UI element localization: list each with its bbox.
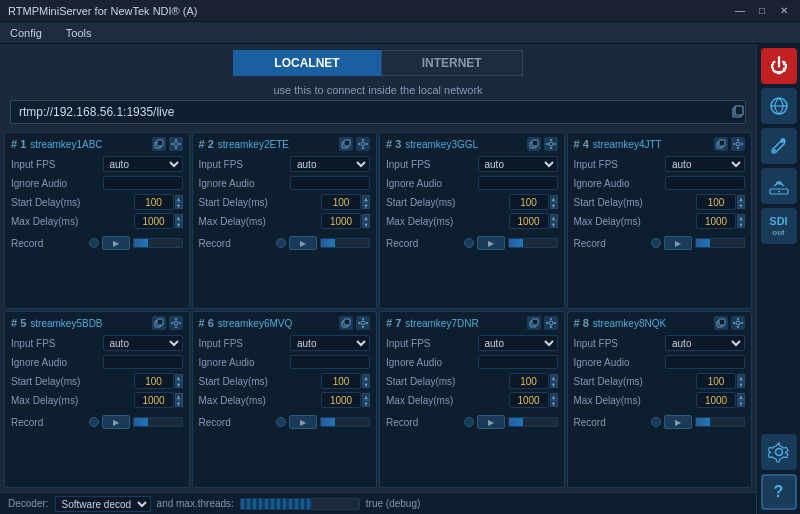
ignore-audio-toggle-2[interactable] — [290, 176, 370, 190]
tab-localnet[interactable]: LOCALNET — [233, 50, 380, 76]
ignore-audio-toggle-7[interactable] — [478, 355, 558, 369]
start-delay-down-1[interactable]: ▼ — [175, 202, 183, 209]
record-button-7[interactable]: ▶ — [477, 415, 505, 429]
start-delay-up-8[interactable]: ▲ — [737, 374, 745, 381]
tab-internet[interactable]: INTERNET — [381, 50, 523, 76]
max-delay-up-1[interactable]: ▲ — [175, 214, 183, 221]
ignore-audio-toggle-3[interactable] — [478, 176, 558, 190]
start-delay-input-8[interactable] — [696, 373, 736, 389]
start-delay-up-1[interactable]: ▲ — [175, 195, 183, 202]
start-delay-input-1[interactable] — [134, 194, 174, 210]
start-delay-up-7[interactable]: ▲ — [550, 374, 558, 381]
max-delay-input-5[interactable] — [134, 392, 174, 408]
ignore-audio-toggle-8[interactable] — [665, 355, 745, 369]
settings-stream-icon-8[interactable] — [731, 316, 745, 330]
start-delay-down-2[interactable]: ▼ — [362, 202, 370, 209]
copy-stream-icon-5[interactable] — [152, 316, 166, 330]
settings-stream-icon-3[interactable] — [544, 137, 558, 151]
start-delay-down-5[interactable]: ▼ — [175, 381, 183, 388]
start-delay-input-6[interactable] — [321, 373, 361, 389]
power-button[interactable]: ⏻ — [761, 48, 797, 84]
ignore-audio-toggle-1[interactable] — [103, 176, 183, 190]
decoder-select[interactable]: Software decod — [55, 496, 151, 512]
max-delay-input-4[interactable] — [696, 213, 736, 229]
copy-stream-icon-3[interactable] — [527, 137, 541, 151]
start-delay-up-6[interactable]: ▲ — [362, 374, 370, 381]
start-delay-up-4[interactable]: ▲ — [737, 195, 745, 202]
max-delay-input-2[interactable] — [321, 213, 361, 229]
max-delay-input-1[interactable] — [134, 213, 174, 229]
max-delay-input-7[interactable] — [509, 392, 549, 408]
max-delay-down-6[interactable]: ▼ — [362, 400, 370, 407]
start-delay-input-7[interactable] — [509, 373, 549, 389]
copy-icon[interactable] — [731, 104, 745, 120]
fps-select-5[interactable]: auto 30 60 — [103, 335, 183, 351]
urlbar-input[interactable] — [11, 101, 731, 123]
sdi-button[interactable]: SDI out — [761, 208, 797, 244]
menu-config[interactable]: Config — [6, 25, 46, 41]
ignore-audio-toggle-5[interactable] — [103, 355, 183, 369]
max-delay-down-3[interactable]: ▼ — [550, 221, 558, 228]
ignore-audio-toggle-4[interactable] — [665, 176, 745, 190]
start-delay-down-4[interactable]: ▼ — [737, 202, 745, 209]
max-delay-down-1[interactable]: ▼ — [175, 221, 183, 228]
start-delay-down-6[interactable]: ▼ — [362, 381, 370, 388]
record-button-2[interactable]: ▶ — [289, 236, 317, 250]
settings-button[interactable] — [761, 434, 797, 470]
copy-stream-icon-6[interactable] — [339, 316, 353, 330]
max-delay-up-5[interactable]: ▲ — [175, 393, 183, 400]
record-button-4[interactable]: ▶ — [664, 236, 692, 250]
max-delay-up-2[interactable]: ▲ — [362, 214, 370, 221]
record-button-8[interactable]: ▶ — [664, 415, 692, 429]
help-button[interactable]: ? — [761, 474, 797, 510]
copy-stream-icon-4[interactable] — [714, 137, 728, 151]
max-delay-up-4[interactable]: ▲ — [737, 214, 745, 221]
start-delay-down-3[interactable]: ▼ — [550, 202, 558, 209]
max-delay-up-7[interactable]: ▲ — [550, 393, 558, 400]
fps-select-6[interactable]: auto 30 60 — [290, 335, 370, 351]
max-delay-input-8[interactable] — [696, 392, 736, 408]
start-delay-down-7[interactable]: ▼ — [550, 381, 558, 388]
copy-stream-icon-2[interactable] — [339, 137, 353, 151]
network-button[interactable] — [761, 88, 797, 124]
fps-select-1[interactable]: auto 30 60 — [103, 156, 183, 172]
start-delay-input-2[interactable] — [321, 194, 361, 210]
max-delay-input-3[interactable] — [509, 213, 549, 229]
start-delay-input-5[interactable] — [134, 373, 174, 389]
max-delay-input-6[interactable] — [321, 392, 361, 408]
minimize-button[interactable]: — — [732, 3, 748, 19]
record-button-3[interactable]: ▶ — [477, 236, 505, 250]
start-delay-input-3[interactable] — [509, 194, 549, 210]
start-delay-down-8[interactable]: ▼ — [737, 381, 745, 388]
fps-select-3[interactable]: auto 30 60 — [478, 156, 558, 172]
start-delay-up-5[interactable]: ▲ — [175, 374, 183, 381]
maximize-button[interactable]: □ — [754, 3, 770, 19]
record-button-1[interactable]: ▶ — [102, 236, 130, 250]
copy-stream-icon-8[interactable] — [714, 316, 728, 330]
fps-select-7[interactable]: auto 30 60 — [478, 335, 558, 351]
record-button-5[interactable]: ▶ — [102, 415, 130, 429]
max-delay-up-6[interactable]: ▲ — [362, 393, 370, 400]
max-delay-down-8[interactable]: ▼ — [737, 400, 745, 407]
wrench-button[interactable] — [761, 128, 797, 164]
menu-tools[interactable]: Tools — [62, 25, 96, 41]
cast-button[interactable] — [761, 168, 797, 204]
close-button[interactable]: ✕ — [776, 3, 792, 19]
max-delay-down-5[interactable]: ▼ — [175, 400, 183, 407]
fps-select-8[interactable]: auto 30 60 — [665, 335, 745, 351]
start-delay-up-2[interactable]: ▲ — [362, 195, 370, 202]
fps-select-4[interactable]: auto 30 60 — [665, 156, 745, 172]
settings-stream-icon-6[interactable] — [356, 316, 370, 330]
settings-stream-icon-7[interactable] — [544, 316, 558, 330]
settings-stream-icon-2[interactable] — [356, 137, 370, 151]
max-delay-down-2[interactable]: ▼ — [362, 221, 370, 228]
copy-stream-icon-7[interactable] — [527, 316, 541, 330]
settings-stream-icon-5[interactable] — [169, 316, 183, 330]
record-button-6[interactable]: ▶ — [289, 415, 317, 429]
max-delay-up-3[interactable]: ▲ — [550, 214, 558, 221]
settings-stream-icon-4[interactable] — [731, 137, 745, 151]
start-delay-input-4[interactable] — [696, 194, 736, 210]
start-delay-up-3[interactable]: ▲ — [550, 195, 558, 202]
max-delay-down-4[interactable]: ▼ — [737, 221, 745, 228]
ignore-audio-toggle-6[interactable] — [290, 355, 370, 369]
